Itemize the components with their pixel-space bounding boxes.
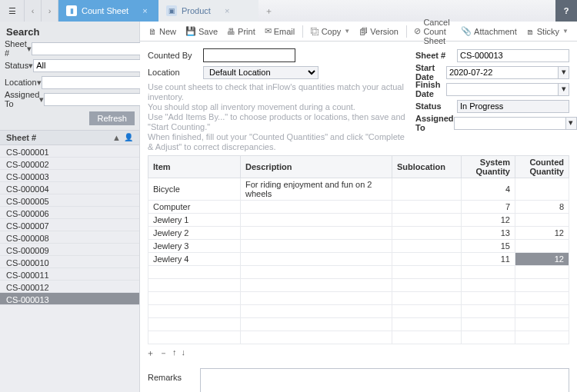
save-button[interactable]: 💾Save <box>182 25 222 38</box>
assigned-to-label: Assigned To <box>415 114 454 132</box>
sidebar: Search Sheet # ▾ Status ▾ Location ▾ Ass… <box>0 22 140 392</box>
help-text: Use count sheets to check that inFlow's … <box>148 82 408 152</box>
list-header-label: Sheet # <box>6 133 36 142</box>
remarks-label: Remarks <box>148 368 194 382</box>
refresh-button[interactable]: Refresh <box>89 111 135 125</box>
sort-icon[interactable]: ▲ <box>112 133 121 142</box>
attachment-button[interactable]: 📎Attachment <box>457 25 521 38</box>
print-button[interactable]: 🖶Print <box>223 25 259 38</box>
tab-label: Product <box>182 6 211 15</box>
sheet-num-label: Sheet # <box>415 51 457 60</box>
assigned-to-input[interactable] <box>454 117 566 130</box>
nav-forward-button[interactable]: › <box>42 0 58 22</box>
table-row[interactable]: Jewlery 21312 <box>148 227 569 240</box>
remarks-input[interactable] <box>200 368 569 392</box>
remove-row-icon[interactable]: － <box>159 347 168 359</box>
copy-button[interactable]: ⿻Copy▼ <box>307 25 355 38</box>
sheet-num-input[interactable] <box>457 49 569 62</box>
list-item[interactable]: CS-000004 <box>0 182 139 194</box>
table-row[interactable]: . <box>148 266 569 279</box>
filter-status-input[interactable] <box>33 59 145 72</box>
items-grid[interactable]: Item Description Sublocation System Quan… <box>148 155 569 344</box>
filter-location-input[interactable] <box>42 76 154 89</box>
disk-icon: 💾 <box>185 26 196 36</box>
toolbar: 🗎New 💾Save 🖶Print ✉Email ⿻Copy▼ 🗐Version… <box>140 22 577 42</box>
mail-icon: ✉ <box>265 26 272 36</box>
chevron-down-icon[interactable]: ▼ <box>344 28 350 35</box>
version-button[interactable]: 🗐Version <box>355 25 402 38</box>
content: 🗎New 💾Save 🖶Print ✉Email ⿻Copy▼ 🗐Version… <box>140 22 577 392</box>
move-up-icon[interactable]: ↑ <box>172 347 177 359</box>
table-row[interactable]: Jewlery 112 <box>148 214 569 227</box>
table-row[interactable]: Computer78 <box>148 201 569 214</box>
sheet-list: CS-000001CS-000002CS-000003CS-000004CS-0… <box>0 145 139 392</box>
move-down-icon[interactable]: ↓ <box>182 347 186 359</box>
tab-count-sheet[interactable]: ▮ Count Sheet × <box>58 0 158 22</box>
col-sublocation[interactable]: Sublocation <box>392 156 462 178</box>
list-item[interactable]: CS-000005 <box>0 194 139 207</box>
chevron-down-icon[interactable]: ▾ <box>559 66 569 79</box>
counted-by-input[interactable] <box>203 48 295 62</box>
menu-button[interactable]: ☰ <box>0 0 25 22</box>
table-row[interactable]: . <box>148 279 569 292</box>
list-item[interactable]: CS-000008 <box>0 231 139 244</box>
list-header[interactable]: Sheet # ▲ 👤 <box>0 130 139 145</box>
finish-date-input[interactable] <box>446 83 559 96</box>
list-item[interactable]: CS-000011 <box>0 268 139 281</box>
col-description[interactable]: Description <box>241 156 392 178</box>
note-icon: 🗈 <box>526 27 535 36</box>
col-system-qty[interactable]: System Quantity <box>462 156 515 178</box>
filter-status-label: Status <box>5 61 28 70</box>
list-item[interactable]: CS-000001 <box>0 145 139 158</box>
list-item[interactable]: CS-000012 <box>0 281 139 293</box>
table-row[interactable]: BicycleFor riding enjoyment and fun on 2… <box>148 178 569 201</box>
list-item[interactable]: CS-000009 <box>0 244 139 256</box>
table-row[interactable]: . <box>148 305 569 318</box>
table-row[interactable]: . <box>148 318 569 331</box>
list-item[interactable]: CS-000007 <box>0 219 139 231</box>
close-icon[interactable]: × <box>225 6 229 15</box>
finish-date-label: Finish Date <box>415 80 446 98</box>
help-button[interactable]: ? <box>555 0 577 22</box>
filter-sheet-input[interactable] <box>32 42 144 55</box>
table-row[interactable]: Jewlery 41112 <box>148 253 569 266</box>
nav-back-button[interactable]: ‹ <box>25 0 42 22</box>
chevron-down-icon[interactable]: ▾ <box>559 83 569 96</box>
chevron-down-icon[interactable]: ▾ <box>566 117 577 130</box>
table-row[interactable]: . <box>148 292 569 305</box>
new-button[interactable]: 🗎New <box>145 25 180 38</box>
location-select[interactable]: Default Location <box>203 66 319 79</box>
chevron-down-icon[interactable]: ▼ <box>562 28 569 35</box>
close-icon[interactable]: × <box>142 6 147 15</box>
print-icon: 🖶 <box>227 27 235 36</box>
start-date-input[interactable] <box>446 66 559 79</box>
add-tab-button[interactable]: ＋ <box>258 0 278 22</box>
filter-location-label: Location <box>5 78 37 87</box>
status-label: Status <box>415 101 457 111</box>
product-icon: ▣ <box>166 5 177 16</box>
grid-tools: ＋ － ↑ ↓ <box>140 344 577 362</box>
table-row[interactable]: Jewlery 315 <box>148 240 569 253</box>
filter-assigned-label: Assigned To <box>5 90 39 108</box>
col-item[interactable]: Item <box>148 156 241 178</box>
add-row-icon[interactable]: ＋ <box>146 347 155 359</box>
sticky-button[interactable]: 🗈Sticky▼ <box>522 25 572 38</box>
counted-by-label: Counted By <box>148 51 203 60</box>
list-item[interactable]: CS-000013 <box>0 293 139 305</box>
list-item[interactable]: CS-000010 <box>0 256 139 268</box>
status-field <box>457 100 569 113</box>
sidebar-title: Search <box>0 22 139 41</box>
list-item[interactable]: CS-000006 <box>0 207 139 219</box>
person-icon[interactable]: 👤 <box>124 133 133 142</box>
list-item[interactable]: CS-000002 <box>0 158 139 170</box>
list-item[interactable]: CS-000003 <box>0 170 139 182</box>
copy-icon: ⿻ <box>311 27 319 36</box>
filter-sheet-label: Sheet # <box>5 39 27 58</box>
col-counted-qty[interactable]: Counted Quantity <box>515 156 569 178</box>
tab-product[interactable]: ▣ Product × <box>158 0 258 22</box>
table-row[interactable]: . <box>148 331 569 344</box>
email-button[interactable]: ✉Email <box>261 25 299 38</box>
paperclip-icon: 📎 <box>461 26 472 36</box>
location-label: Location <box>148 68 203 77</box>
page-icon: 🗎 <box>148 27 157 36</box>
